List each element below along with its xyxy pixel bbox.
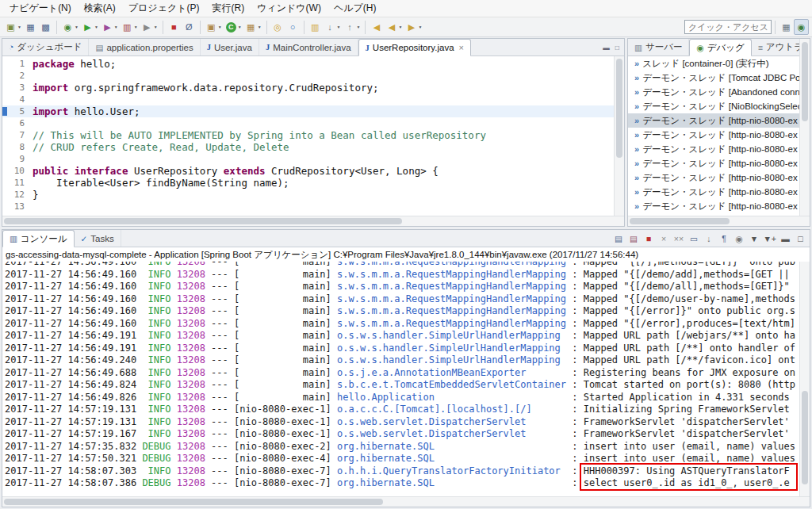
debug-icon[interactable]: ◉▼: [60, 19, 80, 35]
save-all-icon: ▩: [40, 21, 52, 33]
dropdown-arrow-icon[interactable]: ▼: [94, 25, 98, 29]
display-selected-console-icon[interactable]: ▼: [747, 232, 760, 246]
editor-tab[interactable]: ▤application.properties: [89, 39, 200, 55]
view-tab-コンソール[interactable]: ▥コンソール: [2, 230, 75, 247]
thread-row[interactable]: »デーモン・スレッド [Tomcat JDBC Poo: [628, 71, 799, 85]
view-tab-debug[interactable]: ◉デバッグ: [689, 39, 751, 56]
console-log-line: 2017-11-27 14:56:49.191 INFO 13208 --- […: [5, 330, 799, 343]
external-tools-icon[interactable]: ▶▼: [140, 19, 159, 35]
thread-row[interactable]: »デーモン・スレッド [NioBlockingSelec: [628, 99, 799, 113]
previous-annotation-icon[interactable]: ↑▼: [343, 19, 362, 35]
console-log-line: 2017-11-27 14:56:49.160 INFO 13208 --- […: [5, 318, 799, 331]
search-icon[interactable]: ○: [285, 19, 301, 35]
stop-icon[interactable]: ■: [167, 19, 182, 35]
debug-vertical-scrollbar[interactable]: [799, 39, 810, 216]
menu-item[interactable]: 検索(A): [78, 0, 122, 17]
debug-horizontal-scrollbar[interactable]: [628, 216, 810, 226]
new-wizard-icon[interactable]: ▣▼: [3, 19, 23, 35]
mark-occurrences-icon[interactable]: ▥: [308, 19, 323, 35]
word-wrap-icon[interactable]: ¶: [717, 232, 730, 246]
debug-perspective-icon[interactable]: ◉: [794, 19, 809, 35]
console-vertical-scrollbar[interactable]: [799, 262, 810, 496]
next-annotation-icon[interactable]: ↓▼: [323, 19, 343, 35]
thread-row[interactable]: »スレッド [container-0] (実行中): [628, 56, 799, 71]
dropdown-arrow-icon[interactable]: ▼: [238, 25, 242, 29]
debug-thread-tree[interactable]: »スレッド [container-0] (実行中)»デーモン・スレッド [Tom…: [628, 56, 799, 216]
thread-icon: »: [634, 144, 639, 154]
minimize-icon[interactable]: ▬: [779, 232, 792, 246]
tab-close-icon[interactable]: ×: [459, 43, 464, 52]
menu-item[interactable]: ナビゲート(N): [3, 0, 78, 17]
editor-tab[interactable]: ◔ダッシュボード: [2, 39, 89, 55]
thread-row[interactable]: »デーモン・スレッド [http-nio-8080-ex: [628, 142, 799, 156]
view-tab-Tasks[interactable]: ✓Tasks: [75, 230, 121, 247]
profile-icon[interactable]: ▶▼: [100, 19, 120, 35]
editor-horizontal-scrollbar[interactable]: [2, 216, 624, 226]
thread-row[interactable]: »デーモン・スレッド [http-nio-8080-ex: [628, 199, 799, 213]
debug-perspective-icon: ◉: [795, 21, 807, 33]
dropdown-arrow-icon[interactable]: ▼: [134, 25, 138, 29]
back-icon: ◀: [385, 21, 397, 33]
menu-item[interactable]: 実行(R): [205, 0, 251, 17]
last-edit-location-icon[interactable]: ◀: [369, 19, 384, 35]
clear-console-icon[interactable]: ▭: [687, 232, 700, 246]
dropdown-arrow-icon[interactable]: ▼: [114, 25, 118, 29]
save-icon[interactable]: ▦: [23, 19, 38, 35]
run-icon[interactable]: ▶▼: [80, 19, 100, 35]
open-type-icon[interactable]: ◎: [270, 19, 285, 35]
editor-tab[interactable]: JUserRepository.java×: [358, 39, 471, 56]
minimize-icon[interactable]: ▬: [601, 43, 611, 52]
menu-item[interactable]: プロジェクト(P): [122, 0, 206, 17]
new-java-package-icon[interactable]: ▦▼: [243, 19, 263, 35]
editor-vertical-scrollbar[interactable]: [614, 56, 624, 216]
new-java-project-icon[interactable]: ▣▼: [204, 19, 224, 35]
dropdown-arrow-icon[interactable]: ▼: [418, 25, 422, 29]
dropdown-arrow-icon[interactable]: ▼: [398, 25, 402, 29]
skip-breakpoints-icon[interactable]: Ø: [182, 19, 197, 35]
dropdown-arrow-icon[interactable]: ▼: [258, 25, 262, 29]
back-icon[interactable]: ◀▼: [384, 19, 404, 35]
forward-icon[interactable]: ▶▼: [404, 19, 423, 35]
thread-row[interactable]: »デーモン・スレッド [http-nio-8080-ex: [628, 185, 799, 199]
view-tab-servers[interactable]: ▥サーバー: [628, 39, 689, 55]
console-horizontal-scrollbar[interactable]: [2, 496, 810, 507]
new-java-class-icon[interactable]: C▼: [224, 19, 243, 35]
quick-access-input[interactable]: [684, 20, 772, 34]
eclipse-window: ナビゲート(N)検索(A)プロジェクト(P)実行(R)ウィンドウ(W)ヘルプ(H…: [0, 0, 812, 37]
dropdown-arrow-icon[interactable]: ▼: [337, 25, 341, 29]
terminate-icon[interactable]: ■: [642, 232, 655, 246]
dropdown-arrow-icon[interactable]: ▼: [75, 25, 79, 29]
save-all-icon[interactable]: ▩: [38, 19, 53, 35]
thread-row[interactable]: »デーモン・スレッド [http-nio-8080-ex: [628, 170, 799, 185]
dropdown-arrow-icon[interactable]: ▼: [218, 25, 222, 29]
editor-tab-label: UserRepository.java: [373, 43, 454, 52]
pin-console-icon[interactable]: ◉: [732, 232, 745, 246]
dropdown-arrow-icon[interactable]: ▼: [154, 25, 158, 29]
console-log-area[interactable]: 2017-11-27 14:56:49.160 INFO 13208 --- […: [2, 262, 810, 496]
editor-tab[interactable]: JMainController.java: [259, 39, 358, 55]
console-log-line: 2017-11-27 14:56:49.826 INFO 13208 --- […: [5, 392, 799, 404]
remove-launch-icon[interactable]: ×: [657, 232, 670, 246]
external-tools-icon: ▶: [141, 21, 153, 33]
tasks-icon: ✓: [81, 234, 88, 243]
dropdown-arrow-icon[interactable]: ▼: [17, 25, 21, 29]
dropdown-arrow-icon[interactable]: ▼: [357, 25, 361, 29]
maximize-icon[interactable]: □: [794, 232, 807, 246]
code-editor[interactable]: 1package hello;23import org.springframew…: [2, 56, 624, 216]
thread-row[interactable]: »デーモン・スレッド [http-nio-8080-ex: [628, 128, 799, 142]
remove-all-launches-icon[interactable]: ××: [672, 232, 685, 246]
editor-tab[interactable]: JUser.java: [201, 39, 259, 55]
maximize-icon[interactable]: □: [614, 43, 621, 52]
show-stdout-console-icon[interactable]: ▤: [611, 232, 625, 246]
open-perspective-icon[interactable]: ▦: [779, 19, 794, 35]
scroll-lock-icon[interactable]: ↓: [702, 232, 715, 246]
thread-label: デーモン・スレッド [http-nio-8080-ex: [642, 186, 798, 198]
thread-row[interactable]: »デーモン・スレッド [http-nio-8080-ex: [628, 113, 799, 128]
menu-item[interactable]: ウィンドウ(W): [251, 0, 327, 17]
menu-item[interactable]: ヘルプ(H): [327, 0, 383, 17]
thread-row[interactable]: »デーモン・スレッド [http-nio-8080-ex: [628, 156, 799, 170]
thread-row[interactable]: »デーモン・スレッド [Abandoned conn: [628, 85, 799, 99]
coverage-icon[interactable]: ▥▼: [120, 19, 140, 35]
show-stderr-console-icon[interactable]: ▤: [626, 232, 640, 246]
open-console-icon[interactable]: ▼+: [762, 232, 777, 246]
